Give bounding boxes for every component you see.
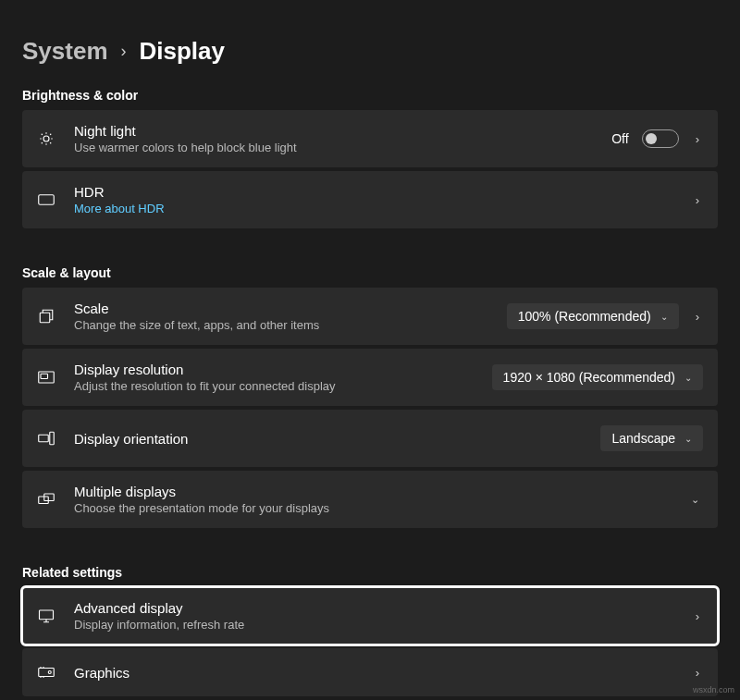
chevron-right-icon[interactable]: ›: [692, 609, 703, 623]
resolution-text: Display resolution Adjust the resolution…: [74, 362, 492, 393]
graphics-row[interactable]: Graphics ›: [22, 648, 718, 696]
scale-row[interactable]: Scale Change the size of text, apps, and…: [22, 288, 718, 345]
orientation-value: Landscape: [611, 431, 675, 446]
monitor-icon: [37, 607, 56, 625]
svg-point-11: [48, 671, 51, 674]
chevron-down-icon[interactable]: ⌄: [687, 494, 703, 506]
graphics-text: Graphics: [74, 665, 692, 681]
multiple-displays-row[interactable]: Multiple displays Choose the presentatio…: [22, 471, 718, 528]
hdr-link[interactable]: More about HDR: [74, 202, 692, 215]
orientation-icon: [37, 429, 56, 448]
multiple-displays-text: Multiple displays Choose the presentatio…: [74, 484, 687, 515]
chevron-right-icon[interactable]: ›: [692, 310, 703, 324]
breadcrumb: System › Display: [22, 37, 718, 66]
multiple-displays-title: Multiple displays: [74, 484, 687, 499]
night-light-text: Night light Use warmer colors to help bl…: [74, 123, 611, 154]
graphics-icon: [37, 663, 56, 682]
chevron-right-icon[interactable]: ›: [692, 666, 703, 680]
night-light-toggle[interactable]: [642, 129, 679, 148]
orientation-row[interactable]: Display orientation Landscape ⌄: [22, 410, 718, 467]
svg-rect-8: [44, 494, 55, 501]
svg-rect-2: [40, 313, 50, 323]
chevron-right-icon[interactable]: ›: [692, 132, 703, 146]
breadcrumb-current: Display: [140, 37, 226, 66]
resolution-subtitle: Adjust the resolution to fit your connec…: [74, 379, 492, 393]
hdr-row[interactable]: HDR More about HDR ›: [22, 171, 718, 228]
night-light-title: Night light: [74, 123, 611, 139]
chevron-right-icon[interactable]: ›: [692, 193, 703, 207]
chevron-down-icon: ⌄: [684, 434, 692, 444]
resolution-value: 1920 × 1080 (Recommended): [503, 370, 675, 385]
multiple-displays-icon: [37, 490, 56, 509]
night-light-toggle-label: Off: [611, 131, 628, 146]
svg-rect-4: [41, 374, 48, 378]
scale-title: Scale: [74, 301, 507, 316]
toggle-knob: [646, 133, 657, 144]
watermark: wsxdn.com: [693, 685, 734, 694]
night-light-subtitle: Use warmer colors to help block blue lig…: [74, 141, 611, 154]
orientation-title: Display orientation: [74, 431, 600, 447]
svg-rect-9: [40, 610, 54, 620]
night-light-icon: [37, 129, 56, 148]
chevron-down-icon: ⌄: [684, 373, 692, 383]
night-light-row[interactable]: Night light Use warmer colors to help bl…: [22, 110, 718, 167]
orientation-text: Display orientation: [74, 431, 600, 447]
section-header-scale: Scale & layout: [22, 265, 718, 280]
resolution-icon: [37, 368, 56, 387]
hdr-text: HDR More about HDR: [74, 184, 692, 215]
svg-point-0: [43, 136, 49, 141]
graphics-title: Graphics: [74, 665, 692, 681]
scale-value: 100% (Recommended): [518, 309, 651, 324]
section-header-related: Related settings: [22, 565, 718, 580]
chevron-right-icon: ›: [121, 42, 127, 61]
resolution-dropdown[interactable]: 1920 × 1080 (Recommended) ⌄: [492, 364, 703, 390]
multiple-displays-subtitle: Choose the presentation mode for your di…: [74, 501, 687, 515]
svg-rect-5: [39, 435, 49, 442]
resolution-row[interactable]: Display resolution Adjust the resolution…: [22, 349, 718, 406]
section-header-brightness: Brightness & color: [22, 88, 718, 103]
scale-text: Scale Change the size of text, apps, and…: [74, 301, 507, 332]
advanced-display-title: Advanced display: [74, 600, 692, 616]
resolution-title: Display resolution: [74, 362, 492, 377]
chevron-down-icon: ⌄: [660, 312, 668, 322]
hdr-icon: [37, 190, 56, 209]
breadcrumb-parent[interactable]: System: [22, 37, 108, 66]
orientation-dropdown[interactable]: Landscape ⌄: [600, 425, 703, 451]
scale-subtitle: Change the size of text, apps, and other…: [74, 318, 507, 332]
scale-icon: [37, 307, 56, 325]
advanced-display-row[interactable]: Advanced display Display information, re…: [22, 587, 718, 645]
svg-rect-7: [39, 497, 49, 504]
advanced-display-text: Advanced display Display information, re…: [74, 600, 692, 632]
hdr-title: HDR: [74, 184, 692, 200]
svg-rect-6: [50, 432, 55, 445]
svg-rect-1: [39, 195, 55, 205]
advanced-display-subtitle: Display information, refresh rate: [74, 618, 692, 632]
scale-dropdown[interactable]: 100% (Recommended) ⌄: [507, 303, 679, 329]
